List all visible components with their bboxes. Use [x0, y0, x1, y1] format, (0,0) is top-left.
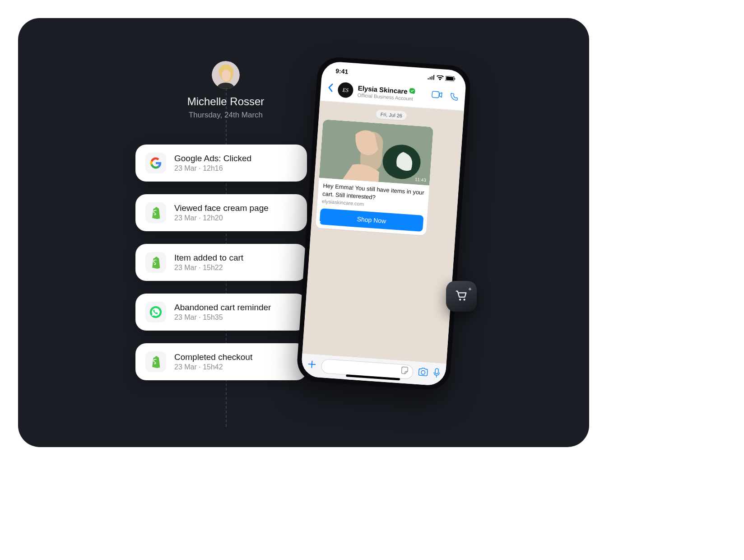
- svg-rect-5: [446, 76, 454, 80]
- event-viewed-page: Viewed face cream page 23 Mar · 12h20: [135, 194, 307, 231]
- wifi-icon: [436, 74, 444, 82]
- sticker-icon[interactable]: [400, 366, 409, 377]
- mic-icon[interactable]: [432, 368, 441, 380]
- user-profile: Michelle Rosser Thursday, 24th March: [135, 61, 316, 120]
- voice-call-icon[interactable]: [449, 92, 459, 103]
- svg-point-11: [421, 370, 425, 374]
- shopify-icon: [145, 351, 166, 372]
- canvas: Michelle Rosser Thursday, 24th March Goo…: [18, 18, 589, 447]
- user-name: Michelle Rosser: [135, 95, 316, 108]
- event-time: 23 Mar · 15h22: [174, 264, 297, 272]
- event-abandoned-cart: Abandoned cart reminder 23 Mar · 15h35: [135, 294, 307, 331]
- svg-rect-7: [432, 91, 439, 98]
- event-time: 23 Mar · 12h16: [174, 164, 297, 173]
- user-date: Thursday, 24th March: [135, 111, 316, 120]
- message-time: 11:43: [415, 177, 427, 183]
- event-time: 23 Mar · 15h35: [174, 313, 297, 322]
- svg-point-2: [222, 70, 231, 81]
- user-avatar: [212, 61, 240, 89]
- battery-icon: [445, 75, 456, 83]
- video-call-icon[interactable]: [431, 91, 443, 103]
- timeline-cards: Google Ads: Clicked 23 Mar · 12h16 Viewe…: [135, 145, 307, 380]
- chat-body[interactable]: Fri, Jul 26 11:4: [302, 101, 464, 364]
- event-title: Viewed face cream page: [174, 203, 297, 213]
- message-image[interactable]: 11:43: [319, 119, 433, 186]
- event-time: 23 Mar · 15h42: [174, 363, 297, 371]
- plus-icon[interactable]: [307, 359, 317, 371]
- svg-point-14: [464, 299, 465, 300]
- phone-mockup: 9:41: [296, 56, 471, 391]
- cart-icon: [455, 289, 468, 304]
- status-time: 9:41: [335, 67, 349, 75]
- chat-date-pill: Fri, Jul 26: [376, 109, 407, 121]
- svg-rect-6: [455, 78, 456, 80]
- svg-point-13: [459, 299, 461, 300]
- event-completed-checkout: Completed checkout 23 Mar · 15h42: [135, 343, 307, 380]
- cart-fab[interactable]: [446, 281, 477, 312]
- event-added-cart: Item added to cart 23 Mar · 15h22: [135, 244, 307, 281]
- back-button[interactable]: [327, 83, 334, 95]
- business-avatar[interactable]: ES: [337, 82, 353, 98]
- whatsapp-icon: [145, 302, 166, 322]
- event-title: Completed checkout: [174, 352, 297, 362]
- event-title: Item added to cart: [174, 253, 297, 263]
- event-title: Google Ads: Clicked: [174, 154, 297, 163]
- event-time: 23 Mar · 12h20: [174, 214, 297, 222]
- event-title: Abandoned cart reminder: [174, 303, 297, 313]
- sparkle-icon: [468, 285, 472, 294]
- shopify-icon: [145, 252, 166, 273]
- cellular-icon: [427, 74, 435, 81]
- shopify-icon: [145, 202, 166, 223]
- verified-badge-icon: [409, 88, 415, 96]
- camera-icon[interactable]: [417, 367, 429, 379]
- business-info[interactable]: Elysia Skincare Official Business Accoun…: [357, 84, 428, 103]
- message-card: 11:43 Hey Emma! You still have items in …: [316, 119, 433, 236]
- svg-rect-12: [435, 369, 439, 374]
- event-google-ads: Google Ads: Clicked 23 Mar · 12h16: [135, 145, 307, 182]
- google-icon: [145, 153, 166, 173]
